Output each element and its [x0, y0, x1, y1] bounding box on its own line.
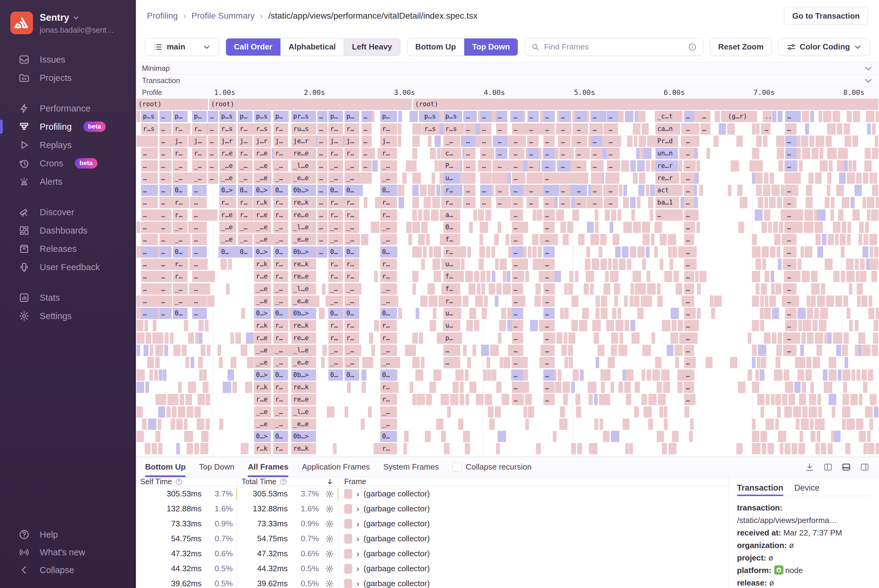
gear-icon[interactable]	[325, 579, 334, 588]
flame-frame[interactable]	[172, 406, 176, 418]
flame-frame[interactable]	[696, 222, 700, 233]
tab-system-frames[interactable]: System Frames	[383, 457, 439, 477]
flame-frame[interactable]	[523, 406, 527, 418]
flame-frame[interactable]	[858, 234, 862, 245]
flame-frame[interactable]: 0…	[273, 246, 288, 258]
flame-frame[interactable]	[406, 222, 412, 233]
flame-frame[interactable]	[201, 345, 206, 356]
flame-frame[interactable]	[530, 320, 538, 331]
flame-frame[interactable]	[505, 234, 509, 245]
sidebar-item-help[interactable]: Help	[0, 526, 136, 543]
flame-frame[interactable]	[816, 345, 822, 356]
flame-frame[interactable]: …	[684, 246, 694, 258]
flame-frame[interactable]	[416, 308, 419, 319]
flame-frame[interactable]	[497, 431, 506, 442]
flame-frame[interactable]	[873, 320, 878, 331]
flame-frame[interactable]: _…	[380, 234, 397, 245]
flame-frame[interactable]	[774, 369, 783, 381]
flame-frame[interactable]	[829, 357, 836, 368]
flame-frame[interactable]	[527, 172, 539, 184]
flame-frame[interactable]	[436, 185, 440, 196]
flame-frame[interactable]	[874, 246, 878, 258]
flame-frame[interactable]	[872, 123, 876, 135]
download-icon[interactable]	[804, 462, 815, 472]
flame-frame[interactable]	[525, 271, 529, 282]
segment-bottom-up[interactable]: Bottom Up	[407, 39, 464, 56]
flame-frame[interactable]: …	[192, 284, 207, 295]
flame-frame[interactable]	[397, 185, 404, 196]
flame-frame[interactable]	[807, 296, 810, 307]
flame-frame[interactable]	[398, 111, 402, 122]
flame-frame[interactable]	[840, 160, 844, 172]
flame-frame[interactable]	[758, 197, 763, 208]
flame-frame[interactable]	[638, 185, 645, 196]
flame-frame[interactable]	[813, 320, 818, 331]
flame-frame[interactable]	[635, 382, 640, 393]
flame-frame[interactable]	[210, 209, 218, 221]
flame-frame[interactable]: r…	[380, 333, 397, 344]
flame-frame[interactable]: …	[443, 345, 460, 356]
flame-frame[interactable]: r…	[380, 271, 397, 282]
flame-frame[interactable]	[824, 333, 828, 344]
flame-frame[interactable]	[423, 209, 430, 221]
flame-frame[interactable]: _…	[173, 160, 188, 172]
flame-frame[interactable]	[412, 135, 420, 147]
flame-frame[interactable]	[590, 284, 594, 295]
flame-frame[interactable]	[475, 296, 483, 307]
flame-frame[interactable]: _…	[192, 172, 207, 184]
flame-frame[interactable]	[147, 357, 154, 368]
flame-frame[interactable]	[487, 369, 491, 381]
flame-frame[interactable]	[155, 431, 160, 442]
flame-frame[interactable]: …	[512, 160, 523, 172]
flame-frame[interactable]: pr…s	[291, 111, 316, 122]
flame-frame[interactable]	[865, 406, 873, 418]
flame-frame[interactable]	[502, 394, 509, 405]
flame-frame[interactable]	[492, 271, 495, 282]
flame-frame[interactable]: …	[785, 135, 796, 147]
flame-frame[interactable]: …	[192, 259, 207, 270]
flame-frame[interactable]: …	[785, 271, 796, 282]
flame-frame[interactable]	[776, 345, 782, 356]
flame-frame[interactable]	[371, 345, 375, 356]
flame-frame[interactable]: 0…	[328, 246, 343, 258]
flame-frame[interactable]	[660, 234, 667, 245]
flame-frame[interactable]: …	[700, 111, 711, 122]
flame-frame[interactable]: r…	[328, 259, 343, 270]
flame-frame[interactable]	[571, 296, 578, 307]
flame-frame[interactable]: 0…	[238, 246, 252, 258]
flame-frame[interactable]	[761, 357, 766, 368]
flame-frame[interactable]	[608, 357, 615, 368]
flame-frame[interactable]: …	[512, 345, 523, 356]
flame-frame[interactable]	[771, 185, 780, 196]
flame-frame[interactable]	[856, 418, 863, 430]
flame-frame[interactable]	[809, 394, 816, 405]
chevron-right-icon[interactable]: ›	[356, 534, 359, 544]
flame-frame[interactable]	[805, 246, 813, 258]
flame-frame[interactable]: …	[559, 185, 571, 196]
flame-frame[interactable]	[738, 382, 745, 393]
flame-frame[interactable]	[690, 418, 694, 430]
flame-frame[interactable]	[863, 172, 868, 184]
flame-frame[interactable]: _…e	[254, 222, 271, 233]
flame-frame[interactable]	[319, 308, 325, 319]
flame-frame[interactable]: _…e	[219, 160, 236, 172]
flame-frame[interactable]: …	[512, 271, 523, 282]
flame-frame[interactable]: _c…t	[655, 111, 678, 122]
flame-frame[interactable]: re…r	[655, 160, 678, 172]
flame-frame[interactable]: re…e	[291, 209, 316, 221]
flame-frame[interactable]: …	[512, 148, 523, 159]
flame-frame[interactable]: …	[575, 160, 586, 172]
flame-frame[interactable]	[412, 160, 416, 172]
flame-frame[interactable]: re…e	[291, 333, 316, 344]
flame-frame[interactable]	[831, 209, 834, 221]
flame-frame[interactable]	[450, 394, 459, 405]
flame-frame[interactable]	[559, 172, 571, 184]
flame-frame[interactable]	[563, 234, 569, 245]
flame-frame[interactable]: …	[141, 197, 158, 208]
flame-frame[interactable]	[599, 394, 603, 405]
flame-frame[interactable]	[838, 369, 841, 381]
flame-frame[interactable]	[170, 394, 178, 405]
flame-frame[interactable]: _…	[328, 222, 343, 233]
flame-frame[interactable]	[817, 394, 821, 405]
flame-frame[interactable]: r…	[344, 271, 359, 282]
